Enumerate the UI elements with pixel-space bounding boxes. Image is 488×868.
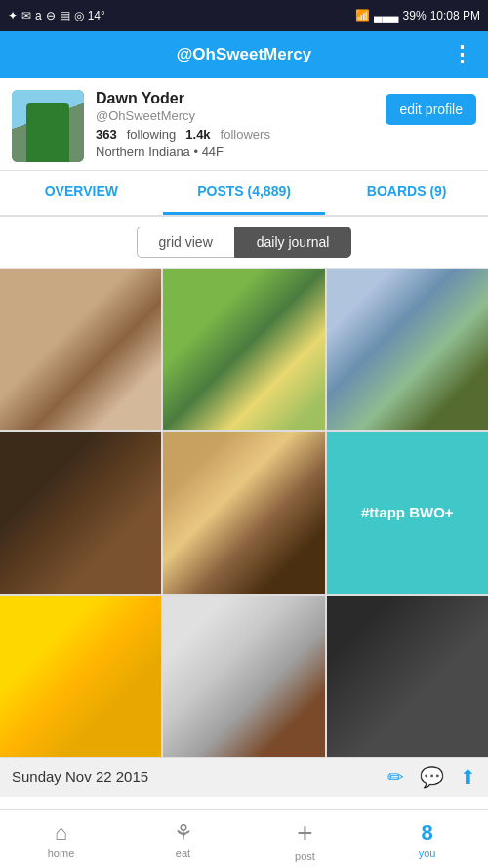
tab-boards[interactable]: BOARDS (9)	[325, 171, 488, 215]
date-label: Sunday Nov 22 2015	[12, 768, 148, 785]
share-icon[interactable]: ⬆	[460, 765, 476, 789]
top-nav-bar: @OhSweetMercy ⋮	[0, 31, 488, 78]
signal-icon: ▄▄▄	[374, 9, 399, 22]
post-label: post	[295, 850, 315, 862]
photo-cell-2[interactable]	[163, 269, 324, 430]
status-bar: ✦ ✉ a ⊖ ▤ ◎ 14° 📶 ▄▄▄ 39% 10:08 PM	[0, 0, 488, 31]
eat-label: eat	[176, 847, 190, 859]
amazon-icon: a	[35, 9, 42, 22]
comment-icon[interactable]: 💬	[420, 765, 444, 789]
status-right-icons: 📶 ▄▄▄ 39% 10:08 PM	[355, 9, 480, 22]
view-toggle: grid view daily journal	[0, 217, 488, 269]
followers-count: 1.4k	[185, 127, 210, 142]
edit-icon[interactable]: ✏	[387, 765, 404, 789]
wifi-icon: 📶	[355, 9, 370, 22]
you-icon: 8	[421, 820, 432, 846]
tab-posts[interactable]: POSTS (4,889)	[163, 171, 326, 215]
bottom-nav: ⌂ home ⚘ eat + post 8 you	[0, 809, 488, 868]
profile-location: Northern Indiana • 44F	[96, 145, 374, 159]
photo-cell-5[interactable]	[163, 432, 324, 593]
profile-info: Dawn Yoder @OhSweetMercy 363 following 1…	[96, 90, 374, 159]
status-left-icons: ✦ ✉ a ⊖ ▤ ◎ 14°	[8, 9, 105, 22]
photo-cell-7[interactable]	[0, 596, 161, 757]
profile-name: Dawn Yoder	[96, 90, 374, 107]
eat-icon: ⚘	[174, 820, 193, 846]
following-count: 363	[96, 127, 117, 142]
profile-handle: @OhSweetMercy	[96, 108, 374, 123]
nav-home[interactable]: ⌂ home	[0, 820, 122, 859]
photo-cell-3[interactable]	[327, 269, 488, 430]
battery-icon: ▤	[60, 9, 70, 22]
email-icon: ✉	[21, 9, 31, 22]
photo-cell-1[interactable]	[0, 269, 161, 430]
profile-section: Dawn Yoder @OhSweetMercy 363 following 1…	[0, 78, 488, 171]
daily-journal-button[interactable]: daily journal	[234, 227, 352, 258]
nav-eat[interactable]: ⚘ eat	[122, 820, 244, 859]
edit-profile-button[interactable]: edit profile	[386, 94, 476, 125]
photo-cell-9[interactable]	[327, 596, 488, 757]
minus-icon: ⊖	[46, 9, 56, 22]
profile-stats: 363 following 1.4k followers	[96, 127, 374, 142]
avatar	[12, 90, 84, 162]
battery-percent: 39%	[403, 9, 427, 22]
home-icon: ⌂	[55, 820, 67, 846]
grid-view-button[interactable]: grid view	[137, 227, 234, 258]
followers-label: followers	[221, 127, 270, 142]
you-label: you	[419, 847, 436, 859]
ttapp-label: #ttapp BWO+	[361, 504, 454, 520]
instagram-icon: ◎	[74, 9, 84, 22]
date-bar: Sunday Nov 22 2015 ✏ 💬 ⬆	[0, 757, 488, 797]
notification-icon: ✦	[8, 9, 18, 22]
profile-username-title: @OhSweetMercy	[177, 45, 311, 64]
photo-cell-4[interactable]	[0, 432, 161, 593]
more-options-button[interactable]: ⋮	[451, 42, 474, 67]
following-label: following	[127, 127, 177, 142]
avatar-body	[26, 103, 69, 162]
temp-display: 14°	[88, 9, 105, 22]
home-label: home	[48, 847, 75, 859]
post-icon: +	[297, 817, 312, 848]
photo-cell-ttapp[interactable]: #ttapp BWO+	[327, 432, 488, 593]
nav-you[interactable]: 8 you	[366, 820, 488, 859]
photo-cell-8[interactable]	[163, 596, 324, 757]
clock: 10:08 PM	[430, 9, 480, 22]
photo-grid: #ttapp BWO+	[0, 269, 488, 757]
tab-overview[interactable]: OVERVIEW	[0, 171, 163, 215]
date-action-icons: ✏ 💬 ⬆	[387, 765, 476, 789]
tab-bar: OVERVIEW POSTS (4,889) BOARDS (9)	[0, 171, 488, 217]
nav-post[interactable]: + post	[244, 817, 366, 862]
